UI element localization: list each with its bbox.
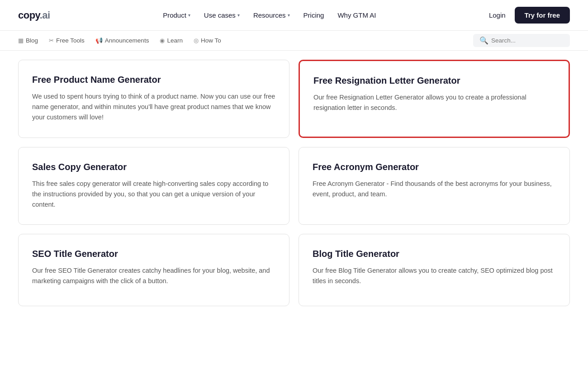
nav-item-product[interactable]: Product▾: [163, 11, 190, 19]
main-content: Free Product Name GeneratorWe used to sp…: [0, 51, 588, 315]
card-title: Blog Title Generator: [313, 249, 556, 259]
subnav-item-free-tools[interactable]: ✂Free Tools: [49, 37, 85, 44]
try-for-free-button[interactable]: Try for free: [515, 7, 570, 24]
chevron-down-icon: ▾: [237, 13, 240, 18]
subnav: ▦Blog✂Free Tools📢Announcements◉Learn◎How…: [0, 31, 588, 51]
nav-item-pricing[interactable]: Pricing: [303, 11, 324, 19]
logo[interactable]: copy.ai: [18, 9, 50, 21]
free-tools-icon: ✂: [49, 37, 54, 44]
search-bar[interactable]: 🔍: [473, 34, 570, 47]
subnav-label: Announcements: [105, 37, 149, 44]
announcements-icon: 📢: [95, 37, 103, 44]
card-desc: Our free Resignation Letter Generator al…: [313, 92, 555, 113]
main-nav: Product▾Use cases▾Resources▾PricingWhy G…: [163, 11, 376, 19]
search-icon: 🔍: [479, 36, 488, 45]
subnav-item-blog[interactable]: ▦Blog: [18, 37, 38, 44]
nav-item-resources[interactable]: Resources▾: [253, 11, 290, 19]
subnav-item-learn[interactable]: ◉Learn: [160, 37, 183, 44]
nav-item-why-gtm-ai[interactable]: Why GTM AI: [337, 11, 376, 19]
search-input[interactable]: [491, 37, 564, 44]
subnav-item-announcements[interactable]: 📢Announcements: [95, 37, 149, 44]
card-product-name-generator[interactable]: Free Product Name GeneratorWe used to sp…: [18, 60, 289, 138]
card-desc: Our free Blog Title Generator allows you…: [313, 265, 556, 286]
subnav-label: Free Tools: [56, 37, 85, 44]
card-desc: Free Acronym Generator - Find thousands …: [313, 179, 556, 199]
learn-icon: ◉: [160, 37, 165, 44]
blog-icon: ▦: [18, 37, 24, 44]
card-title: Sales Copy Generator: [32, 162, 275, 172]
subnav-item-how-to[interactable]: ◎How To: [194, 37, 221, 44]
card-acronym-generator[interactable]: Free Acronym GeneratorFree Acronym Gener…: [299, 147, 570, 225]
how-to-icon: ◎: [194, 37, 199, 44]
cards-grid: Free Product Name GeneratorWe used to sp…: [18, 60, 570, 306]
subnav-label: Learn: [167, 37, 183, 44]
card-title: Free Acronym Generator: [313, 162, 556, 172]
subnav-items: ▦Blog✂Free Tools📢Announcements◉Learn◎How…: [18, 37, 473, 44]
chevron-down-icon: ▾: [188, 13, 190, 18]
subnav-label: How To: [201, 37, 221, 44]
main-header: copy.ai Product▾Use cases▾Resources▾Pric…: [0, 0, 588, 31]
card-title: Free Resignation Letter Generator: [313, 76, 555, 86]
nav-item-use-cases[interactable]: Use cases▾: [204, 11, 240, 19]
card-seo-title-generator[interactable]: SEO Title GeneratorOur free SEO Title Ge…: [18, 234, 289, 306]
card-desc: We used to spent hours trying to think o…: [32, 91, 275, 123]
subnav-label: Blog: [26, 37, 38, 44]
card-desc: This free sales copy generator will crea…: [32, 179, 275, 210]
header-right: Login Try for free: [489, 7, 570, 24]
card-title: Free Product Name Generator: [32, 75, 275, 85]
logo-dot: .ai: [40, 9, 50, 21]
card-title: SEO Title Generator: [32, 249, 275, 259]
card-blog-title-generator[interactable]: Blog Title GeneratorOur free Blog Title …: [299, 234, 570, 306]
card-resignation-letter-generator[interactable]: Free Resignation Letter GeneratorOur fre…: [299, 60, 570, 138]
login-button[interactable]: Login: [489, 11, 506, 19]
card-sales-copy-generator[interactable]: Sales Copy GeneratorThis free sales copy…: [18, 147, 289, 225]
card-desc: Our free SEO Title Generator creates cat…: [32, 265, 275, 286]
chevron-down-icon: ▾: [288, 13, 290, 18]
